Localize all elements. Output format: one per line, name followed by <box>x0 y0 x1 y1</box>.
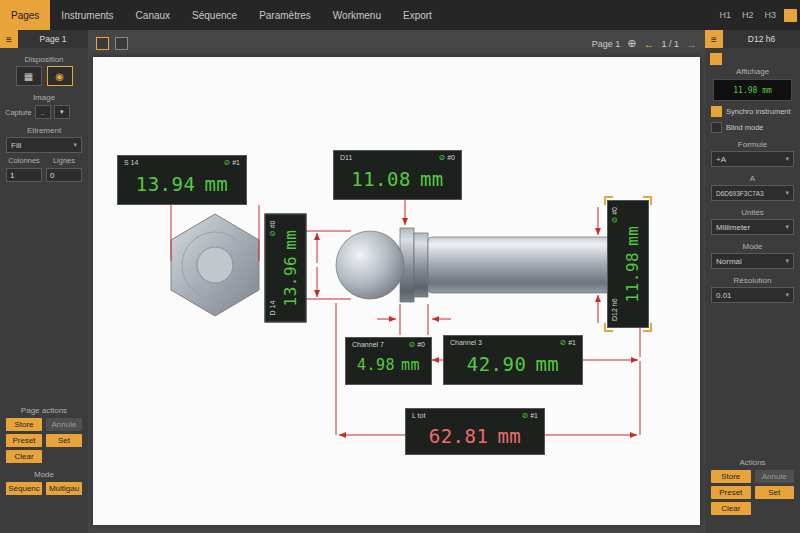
mode-select[interactable]: Normal ▾ <box>711 253 794 269</box>
measurement-box-d14[interactable]: D 14 ⊘#0 13.96 mm <box>264 213 306 322</box>
instrument-icon: ⊘#1 <box>224 158 241 167</box>
measurement-value: 11.08 <box>351 168 411 190</box>
hamburger-icon[interactable]: ≡ <box>705 30 723 48</box>
layout-grid-button[interactable]: ▦ <box>16 66 42 86</box>
instrument-icon: ⊘#0 <box>268 221 277 238</box>
mode-select-value: Normal <box>716 257 742 266</box>
menu-export[interactable]: Export <box>392 0 443 30</box>
instrument-icon: ⊘#0 <box>439 153 456 162</box>
measurement-box-ltot[interactable]: L tot ⊘#1 62.81 mm <box>405 408 545 455</box>
instrument-icon: ⊘#0 <box>409 340 426 349</box>
measurement-unit: mm <box>420 168 444 190</box>
page-thumbnail-1[interactable] <box>96 37 109 50</box>
set-button[interactable]: Set <box>46 434 82 447</box>
h1-button[interactable]: H1 <box>716 8 734 22</box>
right-panel: ≡ D12 h6 Affichage 11.98 mm Synchro inst… <box>705 30 800 533</box>
h2-button[interactable]: H2 <box>739 8 757 22</box>
multigauge-mode-button[interactable]: Multigau <box>46 482 82 495</box>
lignes-label: Lignes <box>46 156 82 165</box>
right-panel-header: ≡ D12 h6 <box>705 30 800 48</box>
chevron-down-icon: ▾ <box>785 291 789 299</box>
left-panel-title: Page 1 <box>18 34 88 44</box>
disposition-label: Disposition <box>0 55 88 64</box>
chevron-down-icon: ▾ <box>785 257 789 265</box>
menu-sequence[interactable]: Séquence <box>181 0 248 30</box>
colonnes-input[interactable]: 1 <box>6 168 42 182</box>
capture-browse-button[interactable]: .. <box>35 105 51 119</box>
annule-button[interactable]: Annule <box>755 470 795 483</box>
measurement-box-channel7[interactable]: Channel 7 ⊘#0 4.98 mm <box>345 337 432 385</box>
preset-button[interactable]: Preset <box>711 486 751 499</box>
measurement-id: L tot <box>412 412 425 419</box>
capture-label: Capture <box>5 108 32 117</box>
page-thumbnail-2[interactable] <box>115 37 128 50</box>
formule-label: Formule <box>705 140 800 149</box>
fit-view-icon[interactable]: ⊕ <box>627 37 636 50</box>
fill-select-value: Fill <box>11 141 21 150</box>
right-panel-title: D12 h6 <box>723 34 800 44</box>
measurement-box-d11[interactable]: D11 ⊘#0 11.08 mm <box>333 150 462 200</box>
capture-dropdown-button[interactable]: ▾ <box>54 105 70 119</box>
sequence-mode-button[interactable]: Séquenc <box>6 482 42 495</box>
instrument-id-select[interactable]: D6D693F3C7A3 ▾ <box>711 185 794 201</box>
measurement-box-s14[interactable]: S 14 ⊘#1 13.94 mm <box>117 155 247 205</box>
menu-workmenu[interactable]: Workmenu <box>322 0 392 30</box>
measurement-value: 11.98 <box>623 252 642 303</box>
next-page-arrow-icon[interactable]: → <box>686 38 697 50</box>
synchro-checkbox[interactable] <box>711 106 722 117</box>
measurement-box-d12h6[interactable]: D12 h6 ⊘#0 11.98 mm <box>604 196 652 332</box>
measurement-value: 13.94 <box>136 173 196 195</box>
menu-canaux[interactable]: Canaux <box>125 0 181 30</box>
chevron-down-icon: ▾ <box>785 223 789 231</box>
measurement-unit: mm <box>535 353 559 375</box>
unit-select-value: Millimeter <box>716 223 750 232</box>
canvas-area: Page 1 ⊕ ← 1 / 1 → <box>88 30 705 533</box>
resolution-select[interactable]: 0.01 ▾ <box>711 287 794 303</box>
blind-mode-checkbox[interactable] <box>711 122 722 133</box>
formule-select[interactable]: +A ▾ <box>711 151 794 167</box>
clear-button[interactable]: Clear <box>6 450 42 463</box>
store-button[interactable]: Store <box>711 470 751 483</box>
instrument-icon: ⊘#0 <box>610 207 619 224</box>
instrument-icon: ⊘#1 <box>560 338 577 347</box>
chevron-down-icon: ▾ <box>60 108 64 116</box>
preview-eye-button[interactable]: ◉ <box>47 66 73 86</box>
selection-corner <box>604 323 613 332</box>
live-value-display: 11.98 mm <box>713 79 792 101</box>
measurement-id: D 14 <box>269 301 276 316</box>
measurement-box-channel3[interactable]: Channel 3 ⊘#1 42.90 mm <box>443 335 583 385</box>
measurement-id: Channel 3 <box>450 339 482 346</box>
etirement-label: Etirement <box>0 126 88 135</box>
menu-parametres[interactable]: Paramètres <box>248 0 322 30</box>
page-nav-counter: 1 / 1 <box>661 39 679 49</box>
menu-instruments[interactable]: Instruments <box>50 0 124 30</box>
unit-select[interactable]: Millimeter ▾ <box>711 219 794 235</box>
drawing-page[interactable]: S 14 ⊘#1 13.94 mm D11 ⊘#0 11.08 mm <box>93 57 700 525</box>
selection-corner <box>643 323 652 332</box>
colonnes-label: Colonnes <box>6 156 42 165</box>
hamburger-icon[interactable]: ≡ <box>0 30 18 48</box>
selection-corner <box>643 196 652 205</box>
store-button[interactable]: Store <box>6 418 42 431</box>
page-actions-label: Page actions <box>0 406 88 415</box>
prev-page-arrow-icon[interactable]: ← <box>643 38 654 50</box>
fill-select[interactable]: Fill ▾ <box>6 137 82 153</box>
measurement-id: D12 h6 <box>611 298 618 321</box>
preset-button[interactable]: Preset <box>6 434 42 447</box>
lignes-input[interactable]: 0 <box>46 168 82 182</box>
measurement-id: S 14 <box>124 159 138 166</box>
measurement-value: 42.90 <box>467 353 527 375</box>
display-toggle-button[interactable] <box>710 53 722 65</box>
canvas-page-label: Page 1 <box>592 39 621 49</box>
synchro-label: Synchro instrument <box>726 107 791 116</box>
annule-button[interactable]: Annule <box>46 418 82 431</box>
actions-label: Actions <box>705 458 800 467</box>
canvas-toolbar: Page 1 ⊕ ← 1 / 1 → <box>88 30 705 57</box>
menu-pages[interactable]: Pages <box>0 0 50 30</box>
h3-button[interactable]: H3 <box>761 8 779 22</box>
set-button[interactable]: Set <box>755 486 795 499</box>
measurement-value: 62.81 <box>429 425 489 447</box>
app-accent-square[interactable] <box>784 9 797 22</box>
instrument-id-value: D6D693F3C7A3 <box>716 190 764 197</box>
clear-button[interactable]: Clear <box>711 502 751 515</box>
